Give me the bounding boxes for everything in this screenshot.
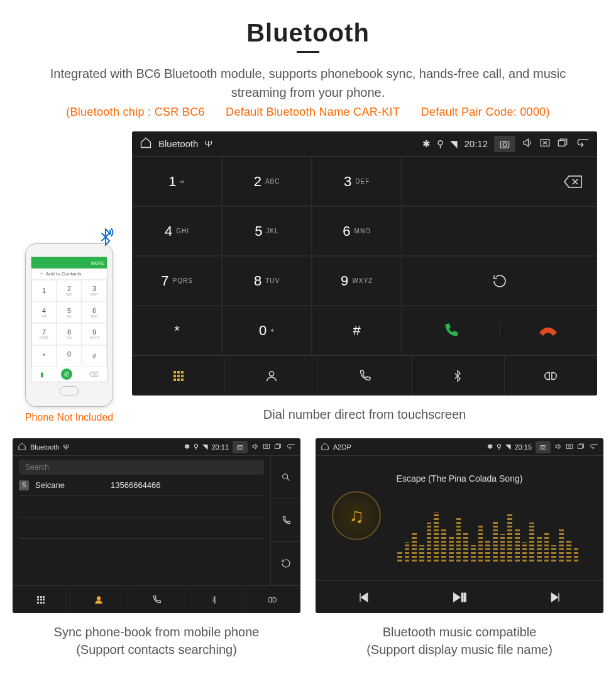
wifi-icon: ◥ xyxy=(505,443,510,451)
headunit-dialer: Bluetooth Ψ ✱ ⚲ ◥ 20:12 1∞2ABC3DEF4GHI5J… xyxy=(132,131,597,396)
bluetooth-icon: ✱ xyxy=(184,443,190,451)
camera-icon[interactable] xyxy=(494,136,515,152)
wifi-icon: ◥ xyxy=(450,138,458,150)
side-call-icon[interactable] xyxy=(271,499,300,543)
tab-bluetooth[interactable] xyxy=(185,586,243,613)
recent-apps-icon[interactable] xyxy=(274,443,282,451)
volume-icon[interactable] xyxy=(251,443,259,451)
phone-call-button: ✆ xyxy=(61,368,72,380)
next-track-button[interactable] xyxy=(507,581,603,613)
phone-key: 7PQRS xyxy=(31,323,57,345)
svg-point-1 xyxy=(503,142,507,146)
phone-key: 9WXYZ xyxy=(82,323,107,345)
recent-apps-icon[interactable] xyxy=(577,443,585,451)
svg-rect-3 xyxy=(558,140,565,146)
music-caption-l1: Bluetooth music compatible xyxy=(366,623,553,641)
volume-icon[interactable] xyxy=(554,443,562,451)
home-icon[interactable] xyxy=(140,136,152,151)
headunit-contacts: Bluetooth Ψ ✱ ⚲ ◥ 20:11 Search xyxy=(13,438,300,613)
tab-pair[interactable] xyxy=(243,586,300,613)
back-icon[interactable] xyxy=(588,443,598,451)
side-search-icon[interactable] xyxy=(271,456,300,499)
phone-key: 2ABC xyxy=(57,280,82,302)
dialer-caption: Dial number direct from touchscreen xyxy=(263,406,466,423)
keypad-key[interactable]: 1∞ xyxy=(132,157,222,206)
backspace-button[interactable] xyxy=(402,157,597,206)
side-sync-icon[interactable] xyxy=(271,542,300,585)
close-icon[interactable] xyxy=(539,137,551,150)
search-input[interactable]: Search xyxy=(19,460,264,475)
keypad-key[interactable]: 7PQRS xyxy=(132,256,222,306)
usb-icon: Ψ xyxy=(63,443,69,451)
page-description: Integrated with BC6 Bluetooth module, su… xyxy=(44,64,572,102)
phone-key: * xyxy=(31,345,57,367)
play-pause-button[interactable] xyxy=(412,581,508,613)
camera-icon[interactable] xyxy=(233,441,248,453)
keypad-key[interactable]: * xyxy=(132,306,222,355)
headunit-music: A2DP ✱ ⚲ ◥ 20:15 Escape (The Pina Colada… xyxy=(316,438,603,613)
usb-icon: Ψ xyxy=(204,138,212,149)
contact-row[interactable]: S Seicane 13566664466 xyxy=(19,475,264,496)
contact-number: 13566664466 xyxy=(111,480,161,490)
keypad-key[interactable]: 5JKL xyxy=(222,206,312,256)
spec-line: (Bluetooth chip : CSR BC6 Default Blueto… xyxy=(57,106,559,119)
add-to-contacts-row: + Add to Contacts xyxy=(31,268,107,280)
status-app-label: A2DP xyxy=(333,443,351,451)
tab-call-log[interactable] xyxy=(128,586,186,613)
home-icon[interactable] xyxy=(321,442,329,452)
svg-point-9 xyxy=(282,473,287,479)
contacts-caption-l1: Sync phone-book from mobile phone xyxy=(54,623,260,641)
svg-point-4 xyxy=(269,371,273,375)
music-note-icon: ♫ xyxy=(349,504,364,528)
keypad-key[interactable]: # xyxy=(312,306,402,355)
phone-home-button xyxy=(60,386,79,396)
volume-icon[interactable] xyxy=(522,137,533,150)
phone-key: 1 xyxy=(31,280,57,302)
phone-mock: MORE + Add to Contacts 12ABC3DEF4GHI5JKL… xyxy=(25,243,113,407)
hangup-button[interactable] xyxy=(499,324,597,338)
keypad-key[interactable]: 2ABC xyxy=(222,157,312,206)
svg-rect-16 xyxy=(465,593,466,602)
status-time: 20:12 xyxy=(464,138,488,149)
tab-contacts[interactable] xyxy=(70,586,128,613)
keypad-key[interactable]: 8TUV xyxy=(222,256,312,306)
contact-row-empty xyxy=(19,539,264,560)
blank-row xyxy=(402,206,597,256)
keypad-key[interactable]: 0+ xyxy=(222,306,312,355)
dial-button[interactable] xyxy=(402,323,499,339)
tab-contacts[interactable] xyxy=(225,356,318,396)
location-icon: ⚲ xyxy=(437,138,444,150)
phone-key: 6MNO xyxy=(82,302,107,324)
add-to-contacts-label: Add to Contacts xyxy=(46,271,82,277)
close-icon[interactable] xyxy=(263,443,270,451)
tab-keypad[interactable] xyxy=(132,356,225,396)
location-icon: ⚲ xyxy=(497,443,502,451)
status-app-label: Bluetooth xyxy=(30,443,59,451)
contact-name: Seicane xyxy=(35,480,104,490)
tab-keypad[interactable] xyxy=(13,586,70,613)
phone-key: 0+ xyxy=(57,345,82,367)
close-icon[interactable] xyxy=(566,443,573,451)
phone-key: 5JKL xyxy=(57,302,82,324)
phone-delete-icon: ⌫ xyxy=(89,371,98,378)
tab-call-log[interactable] xyxy=(318,356,411,396)
back-icon[interactable] xyxy=(285,443,295,451)
prev-track-button[interactable] xyxy=(316,581,412,613)
tab-bluetooth[interactable] xyxy=(412,356,505,396)
title-underline xyxy=(297,51,319,53)
contacts-caption-l2: (Support contacts searching) xyxy=(54,641,260,658)
keypad-key[interactable]: 6MNO xyxy=(312,206,402,256)
camera-icon[interactable] xyxy=(536,441,551,453)
phone-key: 4GHI xyxy=(31,302,57,324)
home-icon[interactable] xyxy=(18,442,26,452)
redial-button[interactable] xyxy=(402,256,597,306)
keypad-key[interactable]: 9WXYZ xyxy=(312,256,402,306)
recent-apps-icon[interactable] xyxy=(557,137,568,150)
status-app-label: Bluetooth xyxy=(158,138,198,149)
keypad-key[interactable]: 3DEF xyxy=(312,157,402,206)
phone-video-icon: ▮ xyxy=(40,371,44,378)
music-caption-l2: (Support display music file name) xyxy=(366,641,553,658)
keypad-key[interactable]: 4GHI xyxy=(132,206,222,256)
back-icon[interactable] xyxy=(575,137,590,150)
tab-pair[interactable] xyxy=(505,356,597,396)
